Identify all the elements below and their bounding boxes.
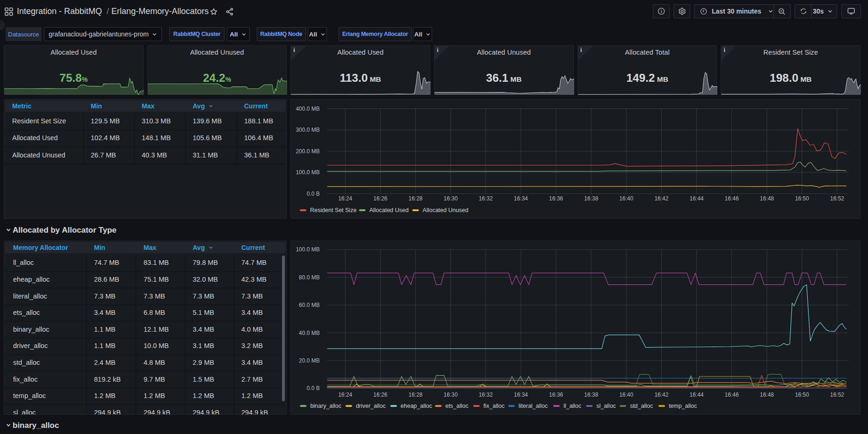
svg-text:16:48: 16:48 xyxy=(760,391,774,398)
svg-text:300.0 MB: 300.0 MB xyxy=(296,127,320,133)
svg-text:16:50: 16:50 xyxy=(795,391,809,398)
svg-text:std_alloc: std_alloc xyxy=(630,403,653,409)
svg-text:binary_alloc: binary_alloc xyxy=(311,403,342,409)
svg-text:16:50: 16:50 xyxy=(795,195,809,202)
svg-text:16:36: 16:36 xyxy=(549,195,563,202)
svg-text:40.0 MB: 40.0 MB xyxy=(299,330,320,336)
svg-text:16:52: 16:52 xyxy=(830,195,844,202)
svg-text:Resident Set Size: Resident Set Size xyxy=(310,207,356,213)
svg-text:80.0 MB: 80.0 MB xyxy=(299,274,320,281)
svg-text:16:24: 16:24 xyxy=(338,195,352,202)
svg-text:16:40: 16:40 xyxy=(619,391,633,398)
svg-text:0.0 B: 0.0 B xyxy=(307,191,320,197)
svg-text:16:52: 16:52 xyxy=(830,391,844,398)
svg-text:temp_alloc: temp_alloc xyxy=(669,403,697,409)
svg-text:200.0 MB: 200.0 MB xyxy=(296,148,320,155)
svg-text:16:48: 16:48 xyxy=(760,195,774,202)
svg-text:16:26: 16:26 xyxy=(374,195,388,202)
svg-text:16:32: 16:32 xyxy=(479,195,493,202)
svg-text:16:30: 16:30 xyxy=(444,195,458,202)
svg-text:400.0 MB: 400.0 MB xyxy=(296,106,320,112)
svg-text:16:24: 16:24 xyxy=(338,391,352,398)
svg-text:20.0 MB: 20.0 MB xyxy=(299,357,320,364)
svg-text:16:34: 16:34 xyxy=(514,195,528,202)
svg-text:16:30: 16:30 xyxy=(444,391,458,398)
svg-text:literal_alloc: literal_alloc xyxy=(519,403,548,409)
svg-text:ets_alloc: ets_alloc xyxy=(445,403,468,409)
svg-text:16:38: 16:38 xyxy=(584,391,598,398)
svg-text:16:44: 16:44 xyxy=(690,195,704,202)
svg-text:16:28: 16:28 xyxy=(409,195,423,202)
svg-text:sl_alloc: sl_alloc xyxy=(596,403,616,409)
svg-text:16:28: 16:28 xyxy=(409,391,423,398)
svg-text:16:46: 16:46 xyxy=(725,195,739,202)
svg-text:16:40: 16:40 xyxy=(619,195,633,202)
svg-text:Allocated Used: Allocated Used xyxy=(369,207,409,213)
svg-text:100.0 MB: 100.0 MB xyxy=(296,247,320,253)
svg-text:16:42: 16:42 xyxy=(655,391,669,398)
svg-text:Allocated Unused: Allocated Unused xyxy=(423,207,469,213)
svg-text:fix_alloc: fix_alloc xyxy=(484,403,505,409)
svg-text:ll_alloc: ll_alloc xyxy=(564,403,581,409)
svg-text:16:46: 16:46 xyxy=(725,391,739,398)
svg-text:16:32: 16:32 xyxy=(479,391,493,398)
svg-text:16:44: 16:44 xyxy=(690,391,704,398)
svg-text:16:36: 16:36 xyxy=(549,391,563,398)
svg-text:100.0 MB: 100.0 MB xyxy=(296,169,320,176)
svg-text:16:34: 16:34 xyxy=(514,391,528,398)
svg-text:60.0 MB: 60.0 MB xyxy=(299,302,320,308)
svg-text:16:38: 16:38 xyxy=(584,195,598,202)
svg-text:16:42: 16:42 xyxy=(655,195,669,202)
svg-text:16:26: 16:26 xyxy=(374,391,388,398)
svg-text:eheap_alloc: eheap_alloc xyxy=(401,403,432,409)
svg-text:0.0 B: 0.0 B xyxy=(307,385,320,391)
svg-text:driver_alloc: driver_alloc xyxy=(356,403,386,409)
